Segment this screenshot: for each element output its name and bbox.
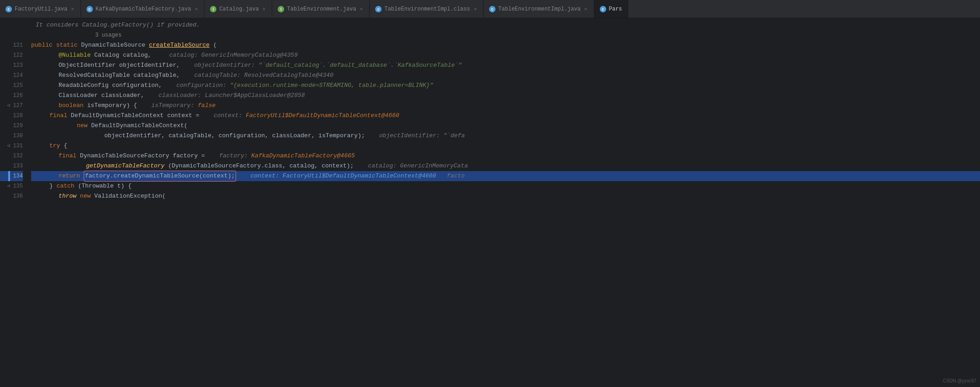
tab-label-catalog: Catalog.java	[219, 6, 258, 12]
code-line-136: throw new ValidationException(	[31, 191, 980, 201]
code-line-121: public static DynamicTableSource createT…	[31, 40, 980, 50]
tab-label-table-env-impl-class: TableEnvironmentImpl.class	[384, 6, 470, 12]
breadcrumb-comment: It considers Catalog.getFactory() if pro…	[31, 20, 980, 30]
code-line-133: getDynamicTableFactory (DynamicTableSour…	[31, 161, 980, 171]
code-line-128: final DefaultDynamicTableContext context…	[31, 111, 980, 121]
gutter-line-128: 128	[0, 111, 23, 121]
code-line-124: ResolvedCatalogTable catalogTable, catal…	[31, 70, 980, 81]
tab-label-table-env: TableEnvironment.java	[287, 6, 356, 12]
tab-close-table-env-impl-class[interactable]: ✕	[473, 5, 478, 13]
gutter-line-127: ◁ 127	[0, 101, 23, 111]
tab-icon-kafka-factory: c	[86, 6, 93, 12]
tab-icon-catalog: I	[210, 6, 216, 12]
tab-close-table-env-impl-java[interactable]: ✕	[583, 5, 588, 13]
code-line-122: @Nullable Catalog catalog, catalog: Gene…	[31, 50, 980, 60]
bookmark-icon-131: ◁	[5, 143, 11, 149]
code-line-129: new DefaultDynamicTableContext(	[31, 121, 980, 131]
code-line-126: ClassLoader classLoader, classLoader: La…	[31, 91, 980, 101]
gutter-line-134: 134	[0, 171, 23, 181]
gutter-line-132: 132	[0, 151, 23, 161]
code-line-123: ObjectIdentifier objectIdentifier, objec…	[31, 60, 980, 70]
tab-pars[interactable]: c Pars	[594, 0, 628, 18]
gutter-line-133: 133	[0, 161, 23, 171]
bookmark-icon-135: ◁	[5, 183, 11, 189]
tab-label-factory-util: FactoryUtil.java	[15, 6, 67, 12]
tab-label-pars: Pars	[609, 6, 622, 12]
editor: 121 122 123 124 125 126 ◁ 127 128 129 13…	[0, 18, 980, 387]
gutter-line-126: 126	[0, 91, 23, 101]
tab-icon-table-env-impl-java: c	[489, 6, 495, 12]
tab-bar: c FactoryUtil.java ✕ c KafkaDynamicTable…	[0, 0, 980, 18]
tab-icon-table-env-impl-class: c	[375, 6, 382, 12]
gutter-line-123: 123	[0, 60, 23, 70]
gutter-line-122: 122	[0, 50, 23, 60]
tab-catalog[interactable]: I Catalog.java ✕	[205, 0, 272, 18]
gutter-line-121: 121	[0, 40, 23, 50]
tab-label-table-env-impl-java: TableEnvironmentImpl.java	[498, 6, 581, 12]
tab-icon-table-env: I	[278, 6, 284, 12]
tab-table-env-impl-class[interactable]: c TableEnvironmentImpl.class ✕	[370, 0, 484, 18]
gutter-line-135: ◁ 135	[0, 181, 23, 191]
tab-label-kafka-factory: KafkaDynamicTableFactory.java	[96, 6, 191, 12]
boxed-expression: factory.createDynamicTableSource(context…	[84, 171, 237, 182]
code-line-134: return factory.createDynamicTableSource(…	[31, 171, 980, 181]
gutter-line-129: 129	[0, 121, 23, 131]
tab-kafka-factory[interactable]: c KafkaDynamicTableFactory.java ✕	[81, 0, 205, 18]
code-line-131: try {	[31, 141, 980, 151]
usages-line: 3 usages	[31, 30, 980, 40]
tab-table-env[interactable]: I TableEnvironment.java ✕	[272, 0, 370, 18]
code-content[interactable]: It considers Catalog.getFactory() if pro…	[27, 18, 980, 387]
tab-close-catalog[interactable]: ✕	[262, 5, 267, 13]
gutter-line-136: 136	[0, 191, 23, 201]
gutter-line-125: 125	[0, 81, 23, 91]
code-line-135: } catch (Throwable t) {	[31, 181, 980, 191]
tab-close-kafka-factory[interactable]: ✕	[194, 5, 199, 13]
tab-close-table-env[interactable]: ✕	[359, 5, 364, 13]
code-line-125: ReadableConfig configuration, configurat…	[31, 81, 980, 91]
tab-icon-pars: c	[600, 6, 606, 12]
gutter-line-131: ◁ 131	[0, 141, 23, 151]
tab-icon-factory-util: c	[5, 6, 12, 12]
code-line-130: objectIdentifier, catalogTable, configur…	[31, 131, 980, 141]
bookmark-icon-127: ◁	[5, 103, 11, 108]
code-line-127: boolean isTemporary) { isTemporary: fals…	[31, 101, 980, 111]
tab-close-factory-util[interactable]: ✕	[70, 5, 75, 13]
watermark: CSDN @yyoc97	[943, 378, 976, 383]
tab-table-env-impl-java[interactable]: c TableEnvironmentImpl.java ✕	[484, 0, 594, 18]
line-number-gutter: 121 122 123 124 125 126 ◁ 127 128 129 13…	[0, 18, 27, 387]
gutter-line-124: 124	[0, 70, 23, 81]
code-line-132: final DynamicTableSourceFactory factory …	[31, 151, 980, 161]
gutter-line-130: 130	[0, 131, 23, 141]
tab-factory-util[interactable]: c FactoryUtil.java ✕	[0, 0, 81, 18]
